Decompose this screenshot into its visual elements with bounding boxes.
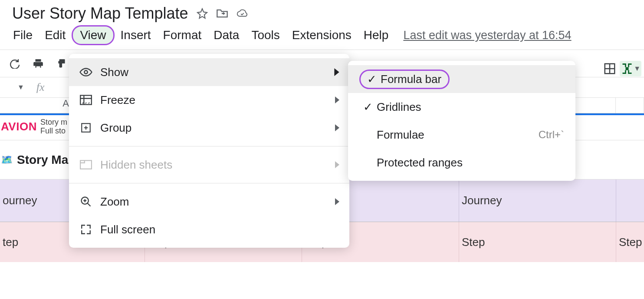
- eye-icon: [78, 67, 94, 77]
- menu-data[interactable]: Data: [207, 26, 245, 45]
- chevron-right-icon: [335, 96, 340, 103]
- menu-edit[interactable]: Edit: [39, 26, 72, 45]
- namebox-dropdown-icon[interactable]: ▼: [17, 83, 24, 91]
- show-submenu-protected-ranges-label: Protected ranges: [377, 156, 463, 169]
- show-submenu-gridlines-label: Gridlines: [377, 100, 421, 114]
- chevron-right-icon: [335, 198, 340, 205]
- fullscreen-icon: [78, 224, 94, 235]
- view-menu-freeze-label: Freeze: [100, 93, 135, 107]
- grid-icon[interactable]: [603, 62, 616, 75]
- menu-extensions[interactable]: Extensions: [286, 26, 358, 45]
- view-menu-hidden-sheets: Hidden sheets: [69, 151, 349, 179]
- show-submenu-formulae[interactable]: Formulae Ctrl+`: [348, 121, 575, 149]
- show-submenu-protected-ranges[interactable]: Protected ranges: [348, 149, 575, 176]
- check-icon: ✓: [359, 100, 377, 114]
- story-meta-line2: Full sto: [40, 127, 67, 136]
- view-menu-group-label: Group: [100, 121, 131, 135]
- filter-views-icon[interactable]: ▼: [620, 61, 641, 76]
- view-menu-freeze[interactable]: Freeze: [69, 86, 349, 114]
- step-cell-4[interactable]: Step: [459, 222, 616, 262]
- last-edit-link[interactable]: Last edit was yesterday at 16:54: [403, 29, 571, 42]
- show-submenu-gridlines[interactable]: ✓ Gridlines: [348, 93, 575, 121]
- view-menu-fullscreen-label: Full screen: [100, 223, 155, 236]
- story-meta: Story m Full sto: [37, 118, 67, 136]
- menu-tools[interactable]: Tools: [245, 26, 286, 45]
- svg-rect-1: [626, 67, 629, 70]
- group-icon: [78, 122, 94, 133]
- chevron-down-icon: ▼: [634, 65, 641, 73]
- hidden-sheets-icon: [78, 160, 94, 169]
- view-menu-zoom-label: Zoom: [100, 195, 129, 209]
- show-submenu-formulae-shortcut: Ctrl+`: [539, 129, 564, 141]
- cloud-status-icon[interactable]: [236, 7, 248, 20]
- avion-logo: AVION: [0, 120, 37, 133]
- menu-separator: [69, 183, 349, 183]
- freeze-icon: [78, 95, 94, 105]
- menu-insert[interactable]: Insert: [115, 26, 157, 45]
- show-submenu-formulae-label: Formulae: [377, 128, 424, 142]
- menu-view[interactable]: View: [72, 25, 114, 45]
- show-submenu-formula-bar-label: Formula bar: [381, 73, 441, 86]
- print-icon[interactable]: [30, 56, 46, 71]
- zoom-icon: [78, 196, 94, 208]
- show-submenu-formula-bar[interactable]: ✓ Formula bar: [348, 65, 575, 93]
- star-icon[interactable]: [196, 7, 208, 20]
- menu-separator: [69, 146, 349, 146]
- view-menu-hidden-sheets-label: Hidden sheets: [100, 158, 172, 172]
- view-menu-panel: Show Freeze Group Hidden sheets: [69, 54, 349, 248]
- map-emoji-icon: 🗺️: [1, 154, 13, 166]
- title-bar: User Story Map Template: [0, 0, 644, 23]
- menu-help[interactable]: Help: [358, 26, 395, 45]
- view-menu-group[interactable]: Group: [69, 114, 349, 142]
- svg-rect-5: [80, 160, 92, 169]
- chevron-right-icon: [334, 68, 340, 76]
- view-menu-show[interactable]: Show: [69, 58, 349, 86]
- toolbar-right: ▼: [603, 61, 641, 76]
- check-icon: ✓: [363, 73, 381, 86]
- journey-cell-4[interactable]: Journey: [459, 179, 616, 222]
- step-cell-5[interactable]: Step: [616, 222, 644, 262]
- chevron-right-icon: [335, 161, 340, 168]
- menu-bar: File Edit View Insert Format Data Tools …: [0, 23, 644, 50]
- fx-icon: fx: [36, 81, 45, 94]
- view-menu-fullscreen[interactable]: Full screen: [69, 216, 349, 243]
- paint-format-icon[interactable]: [54, 56, 69, 71]
- menu-format[interactable]: Format: [157, 26, 208, 45]
- story-map-label: Story Map: [17, 153, 76, 167]
- col-header-last[interactable]: [615, 98, 644, 113]
- menu-file[interactable]: File: [7, 26, 39, 45]
- story-meta-line1: Story m: [40, 118, 67, 127]
- document-title[interactable]: User Story Map Template: [12, 4, 188, 23]
- show-submenu-panel: ✓ Formula bar ✓ Gridlines Formulae Ctrl+…: [348, 61, 575, 181]
- svg-point-2: [84, 70, 87, 73]
- view-menu-show-label: Show: [100, 66, 128, 79]
- chevron-right-icon: [335, 124, 340, 131]
- move-folder-icon[interactable]: [216, 7, 228, 20]
- journey-cell-5[interactable]: [616, 179, 644, 222]
- view-menu-zoom[interactable]: Zoom: [69, 188, 349, 216]
- redo-icon[interactable]: [7, 56, 23, 71]
